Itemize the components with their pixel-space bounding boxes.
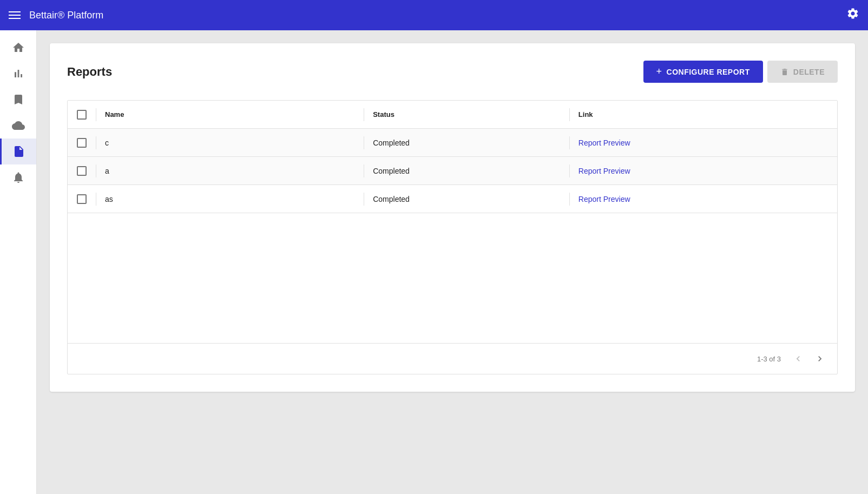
delete-button[interactable]: DELETE xyxy=(767,61,838,83)
sidebar-item-bookmarks[interactable] xyxy=(0,87,36,113)
pagination-next-button[interactable] xyxy=(811,350,828,367)
column-header-name: Name xyxy=(96,110,364,118)
row-1-link-cell: Report Preview xyxy=(570,139,837,147)
table-row: a Completed Report Preview xyxy=(68,157,837,185)
bookmark-icon xyxy=(12,93,25,106)
page-title: Reports xyxy=(67,65,112,79)
row-2-report-link[interactable]: Report Preview xyxy=(578,167,630,175)
table-header: Name Status Link xyxy=(68,101,837,129)
row-1-checkbox[interactable] xyxy=(77,138,87,148)
row-1-checkbox-cell[interactable] xyxy=(68,138,96,148)
table-row: c Completed Report Preview xyxy=(68,129,837,157)
plus-icon: + xyxy=(656,66,662,77)
configure-report-button[interactable]: + CONFIGURE REPORT xyxy=(643,61,763,83)
reports-header: Reports + CONFIGURE REPORT DELETE xyxy=(67,61,838,83)
reports-table: Name Status Link xyxy=(67,100,838,374)
app-title: Bettair® Platform xyxy=(29,10,103,21)
topbar: Bettair® Platform xyxy=(0,0,868,30)
home-icon xyxy=(12,41,25,54)
row-3-status: Completed xyxy=(364,195,569,203)
table-row: as Completed Report Preview xyxy=(68,185,837,213)
table-empty-area xyxy=(68,213,837,343)
chevron-right-icon xyxy=(814,353,825,364)
row-2-name: a xyxy=(96,167,364,175)
row-2-checkbox-cell[interactable] xyxy=(68,166,96,176)
chevron-left-icon xyxy=(793,353,804,364)
sidebar xyxy=(0,30,37,494)
sidebar-item-alerts[interactable] xyxy=(0,164,36,190)
row-2-status: Completed xyxy=(364,167,569,175)
settings-icon[interactable] xyxy=(846,7,859,23)
sidebar-item-reports[interactable] xyxy=(0,139,36,164)
row-1-status: Completed xyxy=(364,139,569,147)
cloud-icon xyxy=(12,119,25,132)
sidebar-item-cloud[interactable] xyxy=(0,113,36,139)
delete-label: DELETE xyxy=(793,68,825,76)
column-header-link: Link xyxy=(570,110,837,118)
pagination: 1-3 of 3 xyxy=(68,343,837,374)
select-all-checkbox[interactable] xyxy=(77,110,87,120)
sidebar-item-analytics[interactable] xyxy=(0,61,36,87)
alert-icon xyxy=(12,171,25,184)
row-3-checkbox-cell[interactable] xyxy=(68,194,96,204)
reports-card: Reports + CONFIGURE REPORT DELETE xyxy=(50,43,855,392)
toolbar-buttons: + CONFIGURE REPORT DELETE xyxy=(643,61,838,83)
row-3-link-cell: Report Preview xyxy=(570,195,837,203)
bar-chart-icon xyxy=(12,67,25,80)
row-1-report-link[interactable]: Report Preview xyxy=(578,139,630,147)
hamburger-menu-icon[interactable] xyxy=(9,11,21,19)
row-3-checkbox[interactable] xyxy=(77,194,87,204)
row-3-name: as xyxy=(96,195,364,203)
column-header-status: Status xyxy=(364,110,569,118)
configure-report-label: CONFIGURE REPORT xyxy=(667,68,750,76)
row-2-link-cell: Report Preview xyxy=(570,167,837,175)
pagination-prev-button[interactable] xyxy=(790,350,807,367)
pagination-info: 1-3 of 3 xyxy=(757,355,781,363)
document-icon xyxy=(12,145,25,158)
main-content: Reports + CONFIGURE REPORT DELETE xyxy=(37,30,868,494)
sidebar-item-home[interactable] xyxy=(0,35,36,61)
row-1-name: c xyxy=(96,139,364,147)
row-2-checkbox[interactable] xyxy=(77,166,87,176)
row-3-report-link[interactable]: Report Preview xyxy=(578,195,630,203)
trash-icon xyxy=(780,68,789,76)
select-all-checkbox-cell[interactable] xyxy=(68,110,96,120)
